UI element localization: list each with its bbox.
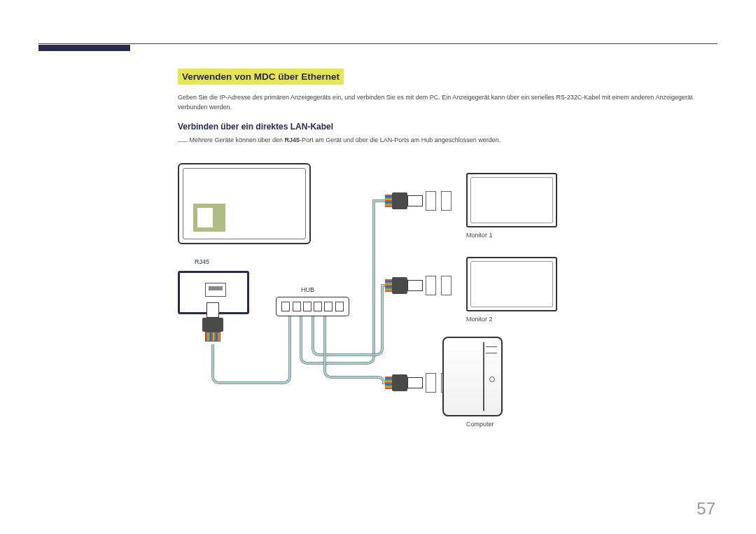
monitor1-label: Monitor 1 [466,232,493,239]
computer-label: Computer [466,421,494,428]
note-line: ― Mehrere Geräte können über den RJ45-Po… [178,135,714,146]
ethernet-plug-icon [202,302,223,344]
connection-diagram: RJ45 HUB Monitor 1 Monitor 2 [178,153,710,437]
sub-heading: Verbinden über ein direktes LAN-Kabel [178,122,714,132]
ethernet-plug-icon [385,276,423,295]
content-area: Verwenden von MDC über Ethernet Geben Si… [178,69,714,437]
page-number: 57 [696,499,715,519]
monitor2-label: Monitor 2 [466,316,493,323]
ethernet-plug-icon [385,373,423,393]
computer-tower-icon [442,337,503,416]
note-bold: RJ45 [285,136,300,143]
display-block-icon [193,204,225,232]
monitor-icon [466,173,557,227]
rj45-label: RJ45 [195,258,209,265]
note-prefix: Mehrere Geräte können über den [190,136,285,143]
monitor-icon [466,257,557,311]
primary-display-icon [178,163,311,244]
header-accent-bar [38,45,130,51]
dash-icon: ― [178,135,188,146]
header-rule [38,43,718,44]
section-title: Verwenden von MDC über Ethernet [178,69,344,85]
port-slots-icon [426,191,454,211]
port-slots-icon [426,276,454,295]
intro-paragraph: Geben Sie die IP-Adresse des primären An… [178,93,714,112]
hub-icon [276,297,349,316]
ethernet-plug-icon [385,191,423,211]
note-suffix: -Port am Gerät und über die LAN-Ports am… [300,136,500,143]
hub-label: HUB [301,286,314,293]
